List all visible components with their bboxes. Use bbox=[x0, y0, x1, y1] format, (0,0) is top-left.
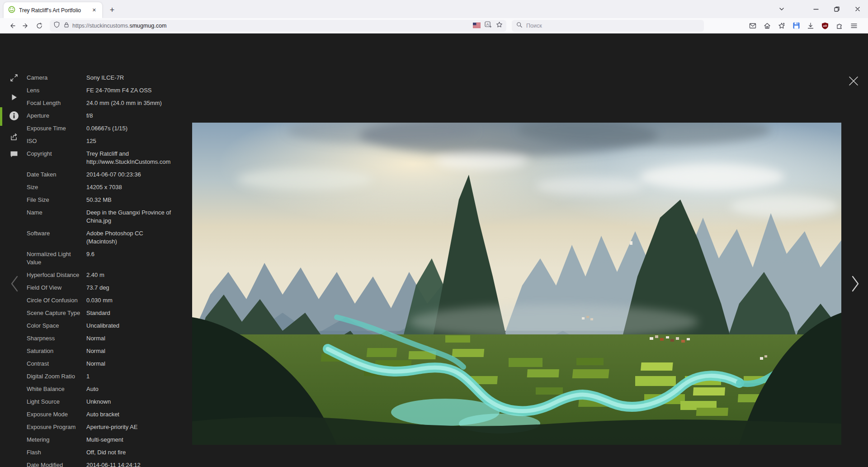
menu-hamburger-icon[interactable] bbox=[847, 19, 861, 32]
tab-list-chevron-icon[interactable] bbox=[771, 0, 792, 18]
metadata-value: Aperture-priority AE bbox=[86, 423, 173, 431]
metadata-label: Color Space bbox=[27, 322, 85, 330]
metadata-label: Date Modified bbox=[27, 461, 85, 467]
metadata-label: Exposure Time bbox=[27, 124, 85, 133]
metadata-row: NameDeep in the Guangxi Province of Chin… bbox=[27, 209, 184, 225]
metadata-value: Standard bbox=[86, 309, 173, 317]
window-restore-button[interactable] bbox=[826, 0, 847, 18]
metadata-value: 73.7 deg bbox=[86, 284, 173, 292]
metadata-row: Date Taken2014-06-07 00:23:36 bbox=[27, 171, 184, 179]
landscape-photo-image bbox=[192, 123, 841, 445]
photo[interactable] bbox=[192, 123, 841, 445]
share-button[interactable] bbox=[7, 130, 21, 143]
metadata-label: Normalized Light Value bbox=[27, 250, 85, 267]
metadata-value: Normal bbox=[86, 334, 173, 343]
metadata-value: 0.06667s (1/15) bbox=[86, 124, 173, 133]
metadata-row: FlashOff, Did not fire bbox=[27, 448, 184, 457]
lock-icon[interactable] bbox=[63, 22, 70, 30]
svg-text:A: A bbox=[486, 22, 489, 26]
previous-photo-button[interactable] bbox=[5, 273, 24, 295]
bookmarks-star-icon[interactable] bbox=[775, 19, 788, 32]
tracking-shield-icon[interactable] bbox=[53, 21, 60, 30]
metadata-label: Copyright bbox=[27, 150, 85, 166]
metadata-row: CameraSony ILCE-7R bbox=[27, 74, 184, 82]
metadata-label: Name bbox=[27, 209, 85, 225]
metadata-value: Multi-segment bbox=[86, 436, 173, 444]
home-icon[interactable] bbox=[760, 19, 774, 32]
metadata-row: Aperturef/8 bbox=[27, 112, 184, 120]
translate-icon[interactable]: A bbox=[485, 21, 492, 30]
metadata-row: MeteringMulti-segment bbox=[27, 436, 184, 444]
new-tab-button[interactable]: + bbox=[105, 3, 119, 17]
active-panel-indicator bbox=[0, 107, 2, 126]
back-button[interactable] bbox=[5, 19, 19, 32]
metadata-value: Auto bbox=[86, 385, 173, 393]
metadata-value: 2014-06-11 14:24:12 bbox=[86, 461, 173, 467]
forward-button[interactable] bbox=[19, 19, 33, 32]
us-flag-icon[interactable] bbox=[473, 22, 481, 30]
search-bar[interactable] bbox=[512, 20, 704, 32]
lightbox-close-button[interactable] bbox=[844, 72, 863, 90]
extensions-puzzle-icon[interactable] bbox=[833, 19, 846, 32]
search-input[interactable] bbox=[526, 23, 675, 29]
window-close-button[interactable] bbox=[847, 0, 868, 18]
metadata-value: Sony ILCE-7R bbox=[86, 74, 173, 82]
toolbar-extension-icons: uO bbox=[746, 19, 863, 32]
metadata-value: 1 bbox=[86, 372, 173, 381]
comment-button[interactable] bbox=[7, 148, 21, 161]
metadata-label: Sharpness bbox=[27, 334, 85, 343]
metadata-value: FE 24-70mm F4 ZA OSS bbox=[86, 86, 173, 95]
metadata-panel: CameraSony ILCE-7RLensFE 24-70mm F4 ZA O… bbox=[27, 74, 184, 467]
metadata-value: 0.030 mm bbox=[86, 296, 173, 305]
metadata-label: Digital Zoom Ratio bbox=[27, 372, 85, 381]
window-minimize-button[interactable] bbox=[806, 0, 826, 18]
mail-icon[interactable] bbox=[746, 19, 760, 32]
metadata-row: CopyrightTrey Ratcliff and http://www.St… bbox=[27, 150, 184, 166]
metadata-value: 50.32 MB bbox=[86, 196, 173, 204]
metadata-row: Scene Capture TypeStandard bbox=[27, 309, 184, 317]
metadata-value: Unknown bbox=[86, 398, 173, 406]
metadata-label: File Size bbox=[27, 196, 85, 204]
metadata-row: Exposure Time0.06667s (1/15) bbox=[27, 124, 184, 133]
save-extension-icon[interactable] bbox=[789, 19, 803, 32]
metadata-value: 24.0 mm (24.0 mm in 35mm) bbox=[86, 99, 173, 107]
slideshow-play-button[interactable] bbox=[7, 91, 21, 104]
metadata-row: Normalized Light Value9.6 bbox=[27, 250, 184, 267]
url-text: https://stuckincustoms.smugmug.com bbox=[72, 23, 473, 29]
metadata-row: SoftwareAdobe Photoshop CC (Macintosh) bbox=[27, 229, 184, 246]
metadata-value: 2.40 m bbox=[86, 271, 173, 279]
next-photo-button[interactable] bbox=[846, 273, 864, 295]
metadata-label: ISO bbox=[27, 137, 85, 145]
metadata-row: Hyperfocal Distance2.40 m bbox=[27, 271, 184, 279]
metadata-label: Light Source bbox=[27, 398, 85, 406]
metadata-row: ContrastNormal bbox=[27, 360, 184, 368]
metadata-row: Exposure ModeAuto bracket bbox=[27, 410, 184, 419]
metadata-row: ISO125 bbox=[27, 137, 184, 145]
url-bar[interactable]: https://stuckincustoms.smugmug.com A bbox=[50, 20, 506, 32]
download-icon[interactable] bbox=[804, 19, 817, 32]
metadata-label: Hyperfocal Distance bbox=[27, 271, 85, 279]
tab-close-icon[interactable]: ✕ bbox=[90, 6, 99, 14]
ublock-shield-icon[interactable]: uO bbox=[818, 19, 832, 32]
smugmug-favicon-icon bbox=[8, 6, 15, 15]
metadata-value: 125 bbox=[86, 137, 173, 145]
metadata-label: Lens bbox=[27, 86, 85, 95]
tab-title: Trey Ratcliff's Art Portfolio bbox=[19, 7, 90, 14]
metadata-label: Size bbox=[27, 183, 85, 191]
browser-tab[interactable]: Trey Ratcliff's Art Portfolio ✕ bbox=[4, 2, 102, 18]
metadata-row: Field Of View73.7 deg bbox=[27, 284, 184, 292]
metadata-label: Metering bbox=[27, 436, 85, 444]
metadata-label: Date Taken bbox=[27, 171, 85, 179]
bookmark-star-icon[interactable] bbox=[496, 21, 503, 30]
metadata-value: Normal bbox=[86, 347, 173, 355]
lightbox: CameraSony ILCE-7RLensFE 24-70mm F4 ZA O… bbox=[0, 34, 868, 467]
info-button[interactable] bbox=[7, 109, 21, 123]
reload-button[interactable] bbox=[33, 19, 46, 32]
metadata-label: Flash bbox=[27, 448, 85, 457]
metadata-list: CameraSony ILCE-7RLensFE 24-70mm F4 ZA O… bbox=[27, 74, 184, 467]
metadata-label: Circle Of Confusion bbox=[27, 296, 85, 305]
metadata-row: Size14205 x 7038 bbox=[27, 183, 184, 191]
metadata-label: Exposure Program bbox=[27, 423, 85, 431]
metadata-row: Date Modified2014-06-11 14:24:12 bbox=[27, 461, 184, 467]
fullscreen-button[interactable] bbox=[7, 71, 21, 85]
